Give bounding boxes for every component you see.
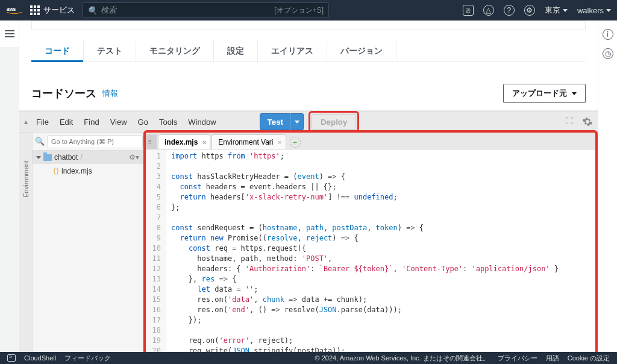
tab-alias[interactable]: エイリアス [258, 41, 327, 61]
left-nav-strip [0, 20, 19, 47]
tab-code[interactable]: コード [31, 41, 84, 61]
tab-version[interactable]: バージョン [327, 41, 396, 61]
editor-tab-index[interactable]: index.mjs× [158, 134, 210, 149]
ide-body: Environment 🔍 chatbot / ⚙▾ ⟨⟩ index.mjs [19, 133, 598, 352]
menu-tools[interactable]: Tools [154, 115, 182, 129]
settings-icon[interactable]: ⚙ [524, 5, 535, 16]
global-search-input[interactable]: 🔍 検索 [オプション+S] [82, 2, 329, 18]
top-spacer-panel [31, 20, 586, 30]
info-icon[interactable]: i [603, 29, 613, 40]
account-menu[interactable]: walkers [577, 6, 611, 15]
ide-left-tab-strip: Environment [19, 133, 33, 352]
code-source-header: コードソース 情報 アップロード元 [19, 74, 598, 111]
function-tabs: コード テスト モニタリング 設定 エイリアス バージョン [31, 41, 586, 62]
line-gutter: 1 2 3 4 5 6 7 8 9 10 11 12 13 14 15 16 1… [143, 149, 166, 352]
right-help-strip: i ◷ [598, 20, 617, 352]
menu-go[interactable]: Go [133, 115, 153, 129]
menu-file[interactable]: File [31, 115, 54, 129]
fullscreen-icon[interactable]: ⛶ [565, 116, 576, 127]
cloudshell-icon[interactable]: ⎚ [463, 5, 474, 16]
search-placeholder: 検索 [101, 5, 116, 16]
editor-tab-env[interactable]: Environment Vari× [211, 134, 286, 149]
code-editor[interactable]: 1 2 3 4 5 6 7 8 9 10 11 12 13 14 15 16 1… [143, 149, 598, 352]
terms-link[interactable]: 用語 [546, 354, 559, 363]
notifications-icon[interactable]: △ [483, 5, 494, 16]
tab-monitoring[interactable]: モニタリング [136, 41, 214, 61]
environment-tab[interactable]: Environment [21, 157, 31, 201]
folder-name: chatbot [54, 153, 78, 162]
upload-from-button[interactable]: アップロード元 [503, 84, 586, 103]
tab-handle-icon[interactable]: ≡ [143, 134, 157, 149]
tree-file-item[interactable]: ⟨⟩ index.mjs [49, 164, 143, 178]
menu-window[interactable]: Window [183, 115, 221, 129]
close-icon[interactable]: × [202, 139, 206, 146]
bottom-bar: CloudShell フィードバック © 2024, Amazon Web Se… [0, 352, 617, 364]
aws-logo[interactable]: aws [6, 5, 23, 15]
menu-view[interactable]: View [105, 115, 132, 129]
cloudshell-link[interactable]: CloudShell [24, 354, 56, 362]
gear-icon[interactable] [582, 116, 593, 127]
services-menu[interactable]: サービス [30, 5, 75, 16]
search-hint: [オプション+S] [274, 5, 324, 16]
file-icon: ⟨⟩ [53, 166, 59, 175]
chevron-down-icon [606, 9, 611, 12]
code-source-title: コードソース [31, 86, 96, 101]
search-icon[interactable]: 🔍 [33, 137, 47, 146]
tab-test[interactable]: テスト [84, 41, 136, 61]
test-dropdown[interactable] [290, 113, 304, 130]
main-content: コード テスト モニタリング 設定 エイリアス バージョン コードソース 情報 … [19, 20, 598, 352]
cookie-link[interactable]: Cookie の設定 [568, 354, 610, 363]
ide-file-browser: 🔍 chatbot / ⚙▾ ⟨⟩ index.mjs [33, 133, 143, 352]
folder-icon [43, 154, 52, 161]
gear-icon[interactable]: ⚙▾ [129, 153, 139, 162]
search-icon: 🔍 [87, 6, 97, 15]
cloudshell-icon[interactable] [7, 354, 16, 362]
collapse-icon[interactable]: ▴ [24, 118, 28, 126]
test-button[interactable]: Test [260, 113, 291, 130]
copyright-text: © 2024, Amazon Web Services, Inc. またはその関… [315, 354, 489, 363]
close-icon[interactable]: × [278, 139, 281, 146]
add-tab-button[interactable]: + [290, 137, 301, 148]
services-label: サービス [43, 5, 75, 16]
chevron-down-icon [295, 121, 299, 124]
editor-area: ≡ index.mjs× Environment Vari× + 1 2 3 4… [143, 133, 598, 352]
ide-toolbar: ▴ File Edit Find View Go Tools Window Te… [19, 111, 598, 133]
clock-icon[interactable]: ◷ [603, 48, 613, 59]
privacy-link[interactable]: プライバシー [498, 354, 537, 363]
editor-tab-bar: ≡ index.mjs× Environment Vari× + [143, 133, 598, 149]
chevron-down-icon [563, 9, 568, 12]
chevron-down-icon [572, 92, 577, 95]
code-text[interactable]: import https from 'https'; const hasSlac… [166, 149, 563, 352]
deploy-highlight: Deploy [308, 111, 359, 133]
goto-anything-input[interactable] [47, 135, 143, 148]
tab-config[interactable]: 設定 [214, 41, 258, 61]
tree-root-folder[interactable]: chatbot / ⚙▾ [33, 151, 143, 164]
feedback-link[interactable]: フィードバック [64, 354, 111, 363]
grid-icon [30, 5, 40, 15]
help-icon[interactable]: ? [504, 5, 515, 16]
chevron-down-icon [36, 156, 41, 159]
info-link[interactable]: 情報 [102, 88, 118, 99]
svg-text:aws: aws [7, 6, 16, 12]
menu-find[interactable]: Find [79, 115, 104, 129]
menu-edit[interactable]: Edit [55, 115, 78, 129]
hamburger-icon[interactable] [5, 30, 14, 37]
aws-top-bar: aws サービス 🔍 検索 [オプション+S] ⎚ △ ? ⚙ 東京 walke… [0, 0, 617, 20]
deploy-button[interactable]: Deploy [312, 114, 356, 130]
file-name: index.mjs [61, 167, 92, 175]
region-selector[interactable]: 東京 [545, 5, 568, 16]
